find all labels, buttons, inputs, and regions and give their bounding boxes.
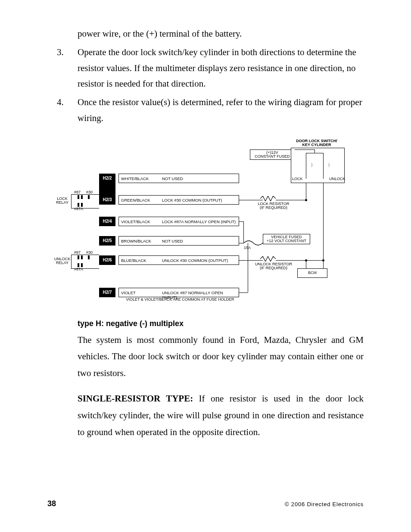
line [295,149,314,150]
list-text: Once the resistor value(s) is determined… [78,94,364,126]
relay-pin-icon [88,195,90,199]
lead-in: SINGLE-RESISTOR TYPE: [78,393,199,404]
resistor-icon [260,256,276,261]
relay-pin-icon [78,203,79,207]
unlock-resistor-label: UNLOCK RESISTOR(IF REQUIRED) [246,262,302,271]
lock-resistor-label: LOCK RESISTOR(IF REQUIRED) [250,202,297,210]
list-item-3: 3. Operate the door lock switch/key cyli… [47,44,364,92]
line [71,268,99,269]
page-number: 38 [47,499,56,508]
vehicle-fused-label: VEHICLE FUSED+12 VOLT CONSTANT [263,235,310,243]
line [276,260,323,261]
paragraph: SINGLE-RESISTOR TYPE: If one resistor is… [78,390,364,441]
wire-h2-2: WHITE/BLACK NOT USED [118,174,239,183]
list-number: 3. [47,44,78,92]
paragraph: The system is most commonly found in For… [78,332,364,382]
subheading: type H: negative (-) multiplex [78,319,364,328]
wire-h2-5: BROWN/BLACK NOT USED [118,236,239,246]
pin-h2-6: H2/6 [99,255,115,265]
line [239,221,243,222]
line [71,255,72,268]
relay-pin-icon [81,203,83,207]
line [239,292,248,293]
line [71,194,72,208]
wire-h2-3: GREEN/BLACK LOCK #30 COMMON (OUTPUT) [118,195,239,205]
pin-h2-5: H2/5 [99,236,115,246]
common-note: VIOLET & VIOLET/BLACK ARE COMMON AT FUSE… [120,298,240,302]
wire-color: WHITE/BLACK [121,176,149,181]
line [314,149,315,153]
top-continued-line: power wire, or the (+) terminal of the b… [78,26,364,42]
lock-label: LOCK [292,177,303,181]
junction-dot-icon [305,259,307,261]
line [323,183,324,258]
relay-pin-icon [88,255,90,259]
wire-label: NOT USED [162,176,183,181]
wire-label: NOT USED [162,239,183,243]
resistor-icon [304,163,320,167]
wire-color: BLUE/BLACK [121,258,146,263]
junction-dot-icon [305,199,307,201]
wire-label: UNLOCK #30 COMMON (OUTPUT) [162,258,228,263]
line [248,243,248,292]
wire-color: VIOLET [121,290,136,295]
wire-label: LOCK #30 COMMON (OUTPUT) [162,198,222,202]
bcm-label: BCM [297,271,327,275]
fuse-icon [244,240,263,246]
resistor-icon [260,196,276,201]
junction-dot-icon [322,259,324,261]
pin-h2-3: H2/3 [99,195,115,205]
list-number: 4. [47,94,78,126]
diagram-title: DOOR LOCK SWITCH/KEY CYLINDER [289,139,345,147]
list-text: Operate the door lock switch/key cylinde… [78,44,364,92]
line [243,221,244,243]
line [239,260,263,261]
line [71,194,99,195]
line [71,208,99,208]
line [239,243,244,243]
wire-color: GREEN/BLACK [121,198,150,202]
wiring-diagram: DOOR LOCK SWITCH/KEY CYLINDER (+)12VCONS… [47,139,366,307]
pin-gap [99,183,115,195]
pin-h2-4: H2/4 [99,217,115,226]
line [239,200,263,200]
page: power wire, or the (+) terminal of the b… [0,0,411,532]
line [306,183,306,200]
lock-relay-label: LOCKRELAY [53,197,72,205]
fuse-15a-label: 15A [244,246,251,250]
wire-color: BROWN/BLACK [121,239,151,243]
relay-pin-icon [78,263,79,267]
relay-pin-icon [81,195,83,199]
relay-pin-icon [81,255,83,259]
unlock-relay-label: UNLOCKRELAY [53,257,72,265]
wire-h2-7: VIOLET UNLOCK #87 NORMALLY OPEN (INPUT) [118,288,239,297]
relay-pin-icon [78,255,79,259]
pin-h2-7: H2/7 [99,288,115,297]
wire-label: LOCK #87A NORMALLY OPEN (INPUT) [162,219,236,224]
footer: 38 © 2006 Directed Electronics [47,499,364,508]
line [71,255,99,255]
line [276,200,306,200]
resistor-icon [321,163,337,167]
constant-fused-label: (+)12VCONSTANT FUSED [250,151,295,159]
wire-h2-4: VIOLET/BLACK LOCK #87A NORMALLY OPEN (IN… [118,217,239,226]
relay-pin-icon [78,195,79,199]
wire-color: VIOLET/BLACK [121,219,150,224]
list-item-4: 4. Once the resistor value(s) is determi… [47,94,364,126]
copyright: © 2006 Directed Electronics [285,501,364,507]
line [306,153,323,153]
pin-h2-2: H2/2 [99,174,115,183]
relay-pin-icon [81,263,83,267]
unlock-label: UNLOCK [329,177,346,181]
wire-h2-6: BLUE/BLACK UNLOCK #30 COMMON (OUTPUT) [118,255,239,265]
